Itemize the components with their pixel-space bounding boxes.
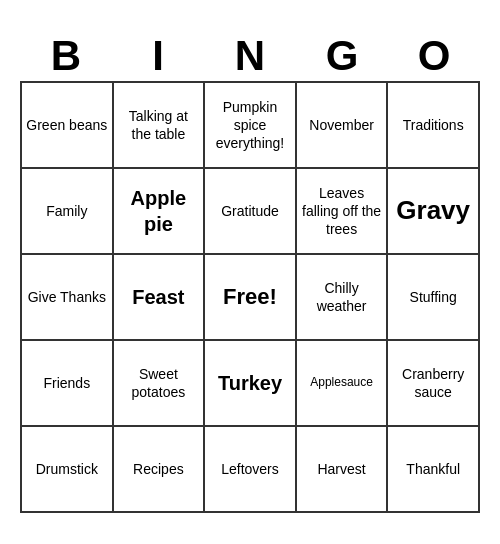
bingo-cell: Drumstick xyxy=(22,427,114,513)
header-letter: N xyxy=(204,31,296,81)
bingo-cell: Gravy xyxy=(388,169,480,255)
header-letter: G xyxy=(296,31,388,81)
bingo-card: BINGO Green beansTalking at the tablePum… xyxy=(10,21,490,523)
bingo-cell: Feast xyxy=(114,255,206,341)
header-letter: O xyxy=(388,31,480,81)
bingo-cell: Chilly weather xyxy=(297,255,389,341)
bingo-cell: Friends xyxy=(22,341,114,427)
bingo-header: BINGO xyxy=(20,31,480,81)
bingo-cell: Sweet potatoes xyxy=(114,341,206,427)
bingo-cell: Recipes xyxy=(114,427,206,513)
bingo-grid: Green beansTalking at the tablePumpkin s… xyxy=(20,81,480,513)
bingo-cell: Harvest xyxy=(297,427,389,513)
bingo-cell: Leaves falling off the trees xyxy=(297,169,389,255)
bingo-cell: Talking at the table xyxy=(114,83,206,169)
header-letter: B xyxy=(20,31,112,81)
bingo-cell: Give Thanks xyxy=(22,255,114,341)
bingo-cell: Traditions xyxy=(388,83,480,169)
bingo-cell: Leftovers xyxy=(205,427,297,513)
bingo-cell: Applesauce xyxy=(297,341,389,427)
bingo-cell: Gratitude xyxy=(205,169,297,255)
bingo-cell: Apple pie xyxy=(114,169,206,255)
bingo-cell: Family xyxy=(22,169,114,255)
bingo-cell: Green beans xyxy=(22,83,114,169)
bingo-cell: November xyxy=(297,83,389,169)
bingo-cell: Pumpkin spice everything! xyxy=(205,83,297,169)
bingo-cell: Stuffing xyxy=(388,255,480,341)
bingo-cell: Free! xyxy=(205,255,297,341)
bingo-cell: Cranberry sauce xyxy=(388,341,480,427)
bingo-cell: Thankful xyxy=(388,427,480,513)
bingo-cell: Turkey xyxy=(205,341,297,427)
header-letter: I xyxy=(112,31,204,81)
